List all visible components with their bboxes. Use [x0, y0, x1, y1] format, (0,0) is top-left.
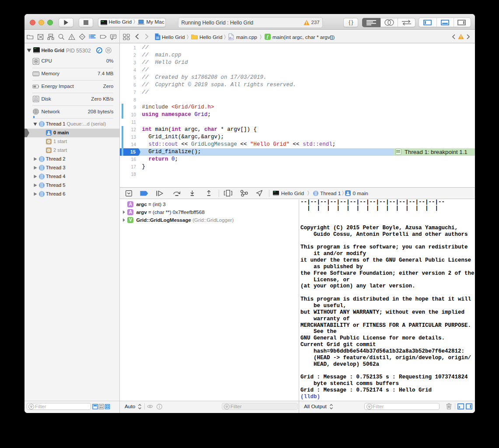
svg-text:c+: c+	[229, 36, 233, 40]
